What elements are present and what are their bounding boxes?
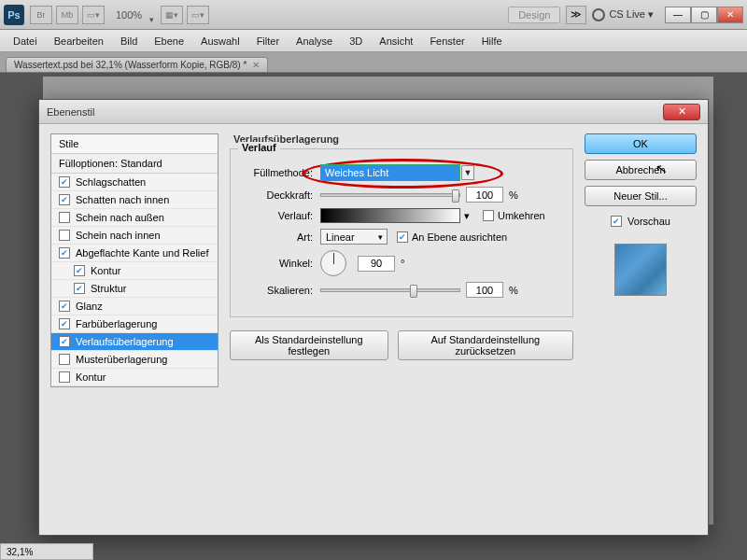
document-tab[interactable]: Wassertext.psd bei 32,1% (Wasserform Kop… (6, 57, 268, 72)
reset-default-button[interactable]: Auf Standardeinstellung zurücksetzen (398, 330, 573, 360)
dialog-buttons-column: OK Abbrechen Neuer Stil... Vorschau (585, 133, 697, 525)
zoom-level[interactable]: 100% (116, 9, 142, 21)
style-item[interactable]: Verlaufsüberlagerung (51, 333, 218, 351)
menu-fenster[interactable]: Fenster (422, 33, 472, 49)
style-item[interactable]: Musterüberlagerung (51, 351, 218, 369)
reverse-checkbox[interactable] (483, 210, 494, 221)
make-default-button[interactable]: Als Standardeinstellung festlegen (230, 330, 388, 360)
cslive-menu[interactable]: CS Live ▾ (592, 8, 654, 21)
opacity-field[interactable] (466, 187, 503, 203)
dialog-title-bar[interactable]: Ebenenstil ✕ (39, 100, 708, 124)
menu-3d[interactable]: 3D (342, 33, 370, 49)
gradient-swatch[interactable] (320, 208, 460, 223)
styles-header[interactable]: Stile (51, 134, 218, 154)
style-checkbox[interactable] (59, 230, 70, 241)
menu-datei[interactable]: Datei (6, 33, 45, 49)
fill-options[interactable]: Fülloptionen: Standard (51, 154, 218, 174)
style-item[interactable]: Struktur (51, 280, 218, 298)
style-item[interactable]: Schatten nach innen (51, 191, 218, 209)
style-item[interactable]: Kontur (51, 262, 218, 280)
cancel-button[interactable]: Abbrechen (585, 160, 697, 180)
zoom-dropdown-icon[interactable] (149, 9, 161, 21)
scale-field[interactable] (466, 282, 503, 298)
group-title: Verlauf (238, 142, 280, 153)
style-checkbox[interactable] (59, 354, 70, 365)
style-item-label: Schein nach innen (76, 230, 161, 241)
style-item-label: Musterüberlagerung (76, 354, 167, 365)
style-checkbox[interactable] (59, 301, 70, 312)
style-checkbox[interactable] (59, 371, 70, 383)
menu-bild[interactable]: Bild (113, 33, 145, 49)
style-checkbox[interactable] (59, 247, 70, 259)
style-item[interactable]: Kontur (51, 369, 218, 386)
style-checkbox[interactable] (74, 283, 85, 294)
ok-button[interactable]: OK (585, 133, 697, 154)
style-item-label: Schlagschatten (76, 176, 146, 188)
new-style-button[interactable]: Neuer Stil... (585, 186, 697, 206)
style-item-label: Abgeflachte Kante und Relief (76, 247, 209, 259)
menu-auswahl[interactable]: Auswahl (193, 33, 247, 49)
style-item-label: Verlaufsüberlagerung (76, 336, 174, 347)
scale-slider[interactable] (320, 288, 460, 292)
style-checkbox[interactable] (59, 212, 70, 223)
style-item[interactable]: Farbüberlagerung (51, 315, 218, 333)
viewmode-icon[interactable]: ▭▾ (82, 6, 105, 24)
blendmode-select[interactable]: Weiches Licht ▼ (320, 164, 460, 181)
section-title: Verlaufsüberlagerung (230, 133, 573, 145)
angle-dial[interactable] (320, 250, 346, 276)
maximize-button[interactable]: ▢ (691, 7, 717, 23)
slider-thumb[interactable] (410, 285, 417, 298)
style-item-label: Farbüberlagerung (76, 318, 157, 329)
style-checkbox[interactable] (59, 318, 70, 329)
minimize-button[interactable]: — (665, 7, 691, 23)
style-checkbox[interactable] (74, 265, 85, 276)
slider-thumb[interactable] (452, 189, 459, 203)
bridge-icon[interactable]: Br (30, 6, 52, 24)
style-item[interactable]: Schlagschatten (51, 174, 218, 191)
document-tab-label: Wassertext.psd bei 32,1% (Wasserform Kop… (14, 60, 247, 70)
workspace-button[interactable]: Design (508, 7, 560, 23)
dialog-close-button[interactable]: ✕ (663, 104, 700, 120)
workspace-next-icon[interactable]: ≫ (566, 6, 586, 24)
style-item-label: Struktur (91, 283, 127, 294)
degree-label: ° (401, 258, 404, 269)
menu-ansicht[interactable]: Ansicht (372, 33, 420, 49)
style-checkbox[interactable] (59, 176, 70, 188)
style-item-label: Kontur (76, 371, 106, 383)
style-item[interactable]: Abgeflachte Kante und Relief (51, 245, 218, 262)
label-opacity: Deckkraft: (240, 189, 313, 201)
tab-close-icon[interactable]: ✕ (252, 60, 260, 70)
align-checkbox[interactable] (397, 231, 408, 243)
style-select[interactable]: Linear (320, 229, 388, 245)
status-bar-zoom[interactable]: 32,1% (0, 543, 93, 560)
screenmode-icon[interactable]: ▭▾ (187, 6, 209, 24)
style-checkbox[interactable] (59, 194, 70, 205)
app-close-button[interactable]: ✕ (717, 7, 743, 23)
dialog-title: Ebenenstil (47, 106, 94, 118)
menu-bearbeiten[interactable]: Bearbeiten (47, 33, 111, 49)
style-item[interactable]: Schein nach außen (51, 209, 218, 227)
chevron-down-icon[interactable]: ▾ (464, 210, 470, 222)
minibridge-icon[interactable]: Mb (56, 6, 78, 24)
preview-checkbox[interactable] (611, 216, 622, 227)
angle-field[interactable] (358, 256, 395, 272)
arrange-icon[interactable]: ▦▾ (161, 6, 183, 24)
style-item-label: Schatten nach innen (76, 194, 169, 205)
style-item[interactable]: Schein nach innen (51, 227, 218, 245)
settings-panel: Verlaufsüberlagerung Verlauf Füllmethode… (230, 133, 573, 525)
menu-analyse[interactable]: Analyse (289, 33, 340, 49)
menu-hilfe[interactable]: Hilfe (474, 33, 510, 49)
style-checkbox[interactable] (59, 336, 70, 347)
layer-style-dialog: Ebenenstil ✕ Stile Fülloptionen: Standar… (38, 99, 709, 536)
opacity-slider[interactable] (320, 193, 460, 197)
style-item[interactable]: Glanz (51, 298, 218, 315)
gradient-group: Verlauf Füllmethode: Weiches Licht ▼ Dec… (230, 148, 573, 317)
label-angle: Winkel: (240, 258, 313, 269)
pct-label: % (509, 285, 518, 296)
label-style: Art: (240, 231, 313, 243)
label-align: An Ebene ausrichten (412, 231, 507, 243)
chevron-down-icon[interactable]: ▼ (461, 165, 474, 180)
menu-ebene[interactable]: Ebene (147, 33, 191, 49)
menu-filter[interactable]: Filter (249, 33, 287, 49)
style-item-label: Kontur (91, 265, 120, 276)
